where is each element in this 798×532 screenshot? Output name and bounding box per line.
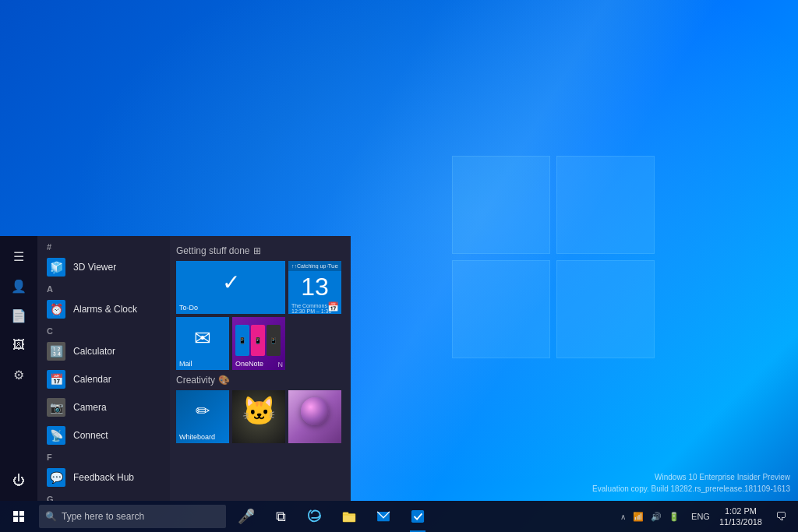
taskbar-app-edge[interactable]: [298, 501, 332, 532]
app-label-feedback: Feedback Hub: [73, 472, 134, 483]
tile-label-todo: To-Do: [179, 304, 198, 312]
sidebar-user-icon[interactable]: 👤: [0, 272, 37, 300]
svg-rect-2: [13, 517, 18, 522]
app-item-3dviewer[interactable]: 🧊 3D Viewer: [37, 253, 170, 281]
ball-shape: [301, 397, 329, 425]
app-label-calculator: Calculator: [73, 346, 115, 357]
cal-day-number: 13: [288, 271, 341, 302]
tile-todo[interactable]: ✓ To-Do: [176, 261, 285, 314]
start-menu: ☰ 👤 📄 🖼 ⚙ ⏻ # 🧊 3D Viewer A ⏰ Alarms & C…: [0, 236, 351, 501]
clock-display[interactable]: 1:02 PM 11/13/2018: [716, 506, 765, 528]
phone-blue: 📱: [235, 325, 249, 356]
start-sidebar: ☰ 👤 📄 🖼 ⚙ ⏻: [0, 236, 37, 501]
search-icon: 🔍: [45, 511, 57, 522]
svg-rect-1: [19, 511, 24, 516]
svg-rect-7: [411, 510, 424, 523]
sidebar-menu-icon[interactable]: ☰: [0, 242, 37, 270]
tray-expand-button[interactable]: ∧: [619, 511, 627, 523]
feedback-icon: 💬: [47, 468, 65, 487]
section-header-g: G: [37, 491, 170, 501]
tile-label-whiteboard: Whiteboard: [179, 433, 215, 441]
tile-whiteboard[interactable]: ✏ Whiteboard: [176, 390, 229, 443]
section-header-a: A: [37, 281, 170, 295]
tile-cat-photo[interactable]: 🐱: [232, 390, 285, 443]
tile-ball[interactable]: [288, 390, 341, 443]
tile-group-header-gsd: Getting stuff done ⊞: [176, 245, 344, 256]
notification-center-button[interactable]: 🗨: [768, 501, 793, 532]
language-button[interactable]: ENG: [688, 510, 713, 523]
app-item-calculator[interactable]: 🔢 Calculator: [37, 337, 170, 365]
tile-mail[interactable]: ✉ Mail: [176, 317, 229, 370]
tile-row-2: ✉ Mail 📱 📱 📱 OneNote N: [176, 317, 344, 370]
tile-row-3: ✏ Whiteboard 🐱: [176, 390, 344, 443]
watermark: Windows 10 Enterprise Insider Preview Ev…: [592, 471, 790, 495]
tray-volume-icon[interactable]: 🔊: [648, 510, 664, 523]
calendar-icon: 📅: [47, 370, 65, 389]
windows-logo-decoration: [452, 156, 655, 358]
system-tray: ∧ 📶 🔊 🔋 ENG 1:02 PM 11/13/2018 🗨: [614, 501, 798, 532]
tiles-area: Getting stuff done ⊞ ✓ To-Do ↑↑Catching …: [170, 236, 351, 501]
app-label-connect: Connect: [73, 430, 108, 441]
taskbar-app-explorer[interactable]: [332, 501, 366, 532]
cal-header: ↑↑Catching up over lunch Tue: [288, 261, 341, 271]
onenote-logo: N: [278, 361, 284, 368]
tile-label-mail: Mail: [179, 360, 192, 368]
tile-label-onenote: OneNote: [235, 360, 263, 368]
taskbar-app-taskview[interactable]: ⧉: [263, 501, 298, 532]
taskbar-app-todo[interactable]: [401, 501, 435, 532]
tile-group-header-creativity: Creativity 🎨: [176, 375, 344, 386]
tray-battery-icon[interactable]: 🔋: [666, 510, 682, 523]
svg-rect-5: [343, 513, 348, 515]
app-item-calendar[interactable]: 📅 Calendar: [37, 365, 170, 393]
taskbar-search-bar[interactable]: 🔍 Type here to search: [39, 505, 226, 528]
app-item-camera[interactable]: 📷 Camera: [37, 393, 170, 421]
taskbar-app-cortana[interactable]: 🎤: [229, 501, 263, 532]
tray-icons-group: 📶 🔊 🔋: [630, 510, 682, 523]
mail-icon: ✉: [194, 326, 211, 351]
tray-network-icon[interactable]: 📶: [630, 510, 646, 523]
cat-face: 🐱: [232, 390, 285, 443]
onenote-phones: 📱 📱 📱: [235, 320, 282, 356]
app-list: # 🧊 3D Viewer A ⏰ Alarms & Clock C 🔢 Cal…: [37, 236, 170, 501]
taskbar: 🔍 Type here to search 🎤 ⧉: [0, 501, 798, 532]
app-label-calendar: Calendar: [73, 374, 111, 385]
calculator-icon: 🔢: [47, 342, 65, 361]
app-label-camera: Camera: [73, 402, 107, 413]
sidebar-settings-icon[interactable]: ⚙: [0, 361, 37, 389]
tile-label-calendar: 📅: [327, 301, 339, 312]
tray-time: 1:02 PM: [725, 506, 757, 516]
taskbar-app-mail[interactable]: [366, 501, 401, 532]
tray-date: 11/13/2018: [719, 516, 762, 527]
app-item-alarms[interactable]: ⏰ Alarms & Clock: [37, 295, 170, 323]
camera-icon: 📷: [47, 398, 65, 417]
desktop: Windows 10 Enterprise Insider Preview Ev…: [0, 0, 798, 532]
section-header-f: F: [37, 449, 170, 463]
app-label-3dviewer: 3D Viewer: [73, 262, 116, 273]
svg-rect-0: [13, 511, 18, 516]
app-label-alarms: Alarms & Clock: [73, 304, 137, 315]
section-header-hash: #: [37, 239, 170, 253]
svg-rect-3: [19, 517, 24, 522]
tile-row-1: ✓ To-Do ↑↑Catching up over lunch Tue 13 …: [176, 261, 344, 314]
connect-icon: 📡: [47, 426, 65, 445]
taskbar-apps: 🎤 ⧉: [229, 501, 614, 532]
sidebar-photo-icon[interactable]: 🖼: [0, 331, 37, 359]
3dviewer-icon: 🧊: [47, 258, 65, 277]
phone-pink: 📱: [251, 325, 265, 356]
tile-onenote[interactable]: 📱 📱 📱 OneNote N: [232, 317, 285, 370]
search-placeholder-text: Type here to search: [62, 511, 144, 522]
todo-check-icon: ✓: [222, 270, 240, 295]
start-button[interactable]: [0, 501, 37, 532]
app-item-connect[interactable]: 📡 Connect: [37, 421, 170, 449]
sidebar-document-icon[interactable]: 📄: [0, 301, 37, 329]
tile-calendar[interactable]: ↑↑Catching up over lunch Tue 13 The Comm…: [288, 261, 341, 314]
alarms-icon: ⏰: [47, 300, 65, 319]
whiteboard-icon: ✏: [196, 401, 210, 421]
phone-dark: 📱: [267, 325, 281, 356]
sidebar-power-icon[interactable]: ⏻: [0, 467, 37, 495]
app-item-feedback[interactable]: 💬 Feedback Hub: [37, 463, 170, 491]
section-header-c: C: [37, 323, 170, 337]
